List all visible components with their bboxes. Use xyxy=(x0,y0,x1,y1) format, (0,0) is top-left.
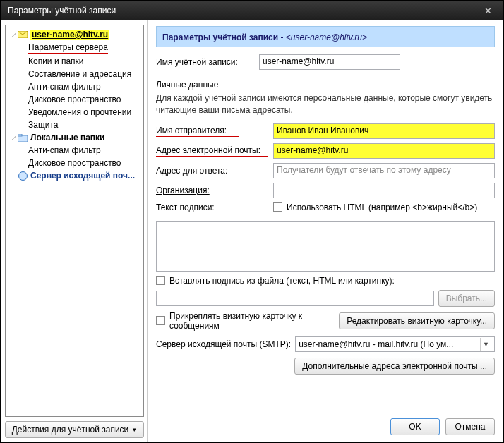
tree-local-spam[interactable]: Анти-спам фильтр xyxy=(7,144,142,157)
dialog-window: Параметры учётной записи ✕ ◿ user-name@h… xyxy=(0,0,504,443)
browse-button[interactable]: Выбрать... xyxy=(438,290,495,307)
sig-html-checkbox[interactable] xyxy=(273,202,282,212)
signature-textarea[interactable] xyxy=(156,221,495,272)
smtp-label: Сервер исходящей почты (SMTP): xyxy=(156,339,291,349)
sender-input[interactable]: Иванов Иван Иванович xyxy=(273,123,495,139)
sig-html-label: Использовать HTML (например <b>жирный</b… xyxy=(287,202,477,212)
email-input[interactable]: user-name@hitv.ru xyxy=(273,143,495,159)
smtp-select[interactable]: user-name@hitv.ru - mail.hitv.ru (По ум.… xyxy=(295,336,495,352)
edit-vcard-button[interactable]: Редактировать визитную карточку... xyxy=(339,312,495,329)
twisty-icon[interactable]: ◿ xyxy=(10,134,17,141)
chevron-down-icon: ▼ xyxy=(480,338,491,351)
mail-icon xyxy=(17,30,28,40)
close-icon[interactable]: ✕ xyxy=(480,4,496,18)
tree-item-disk[interactable]: Дисковое пространство xyxy=(7,93,142,106)
account-email: user-name@hitv.ru xyxy=(30,30,109,40)
cancel-button[interactable]: Отмена xyxy=(445,418,495,435)
tree-smtp[interactable]: ◿ Сервер исходящей поч... xyxy=(7,169,142,182)
personal-section-title: Личные данные xyxy=(156,80,495,90)
sender-label: Имя отправителя: xyxy=(156,126,239,137)
sig-file-input[interactable] xyxy=(156,291,434,306)
personal-desc: Для каждой учётной записи имеются персон… xyxy=(156,92,495,116)
tree-item-server[interactable]: Параметры сервера xyxy=(7,41,142,55)
sig-file-checkbox[interactable] xyxy=(156,276,165,285)
smtp-label: Сервер исходящей поч... xyxy=(30,171,135,181)
tree-item-spam[interactable]: Анти-спам фильтр xyxy=(7,80,142,93)
sig-file-label: Вставлять подпись из файла (текст, HTML … xyxy=(169,276,395,286)
svg-rect-2 xyxy=(18,134,22,136)
tree-item-copies[interactable]: Копии и папки xyxy=(7,55,142,68)
org-label: Организация: xyxy=(156,186,269,195)
vcard-checkbox[interactable] xyxy=(156,316,165,325)
titlebar: Параметры учётной записи ✕ xyxy=(1,1,503,20)
local-folders-label: Локальные папки xyxy=(30,133,105,142)
header-email: <user-name@hitv.ru> xyxy=(286,32,367,42)
tree-item-security[interactable]: Защита xyxy=(7,119,142,131)
tree-local-root[interactable]: ◿ Локальные папки xyxy=(7,131,142,144)
tree-local-disk[interactable]: Дисковое пространство xyxy=(7,157,142,169)
chevron-down-icon: ▼ xyxy=(131,427,137,433)
header-bar: Параметры учётной записи - <user-name@hi… xyxy=(156,26,495,47)
window-title: Параметры учётной записи xyxy=(8,6,116,16)
ok-button[interactable]: OK xyxy=(390,418,440,435)
folder-icon xyxy=(17,133,28,142)
email-label: Адрес электронной почты: xyxy=(156,145,268,157)
sidebar: ◿ user-name@hitv.ru Параметры сервера Ко… xyxy=(1,20,148,442)
sig-label: Текст подписи: xyxy=(156,202,269,212)
tree-account-root[interactable]: ◿ user-name@hitv.ru xyxy=(7,28,142,41)
more-addresses-button[interactable]: Дополнительные адреса электронной почты … xyxy=(294,358,495,375)
acct-name-input[interactable]: user-name@hitv.ru xyxy=(259,54,400,70)
dialog-footer: OK Отмена xyxy=(156,411,495,435)
tree-item-receipts[interactable]: Уведомления о прочтении xyxy=(7,106,142,119)
tree-item-compose[interactable]: Составление и адресация xyxy=(7,68,142,80)
vcard-label: Прикреплять визитную карточку к сообщени… xyxy=(169,311,318,331)
main-panel: Параметры учётной записи - <user-name@hi… xyxy=(148,20,503,442)
reply-input[interactable]: Получатели будут отвечать по этому адрес… xyxy=(273,163,495,178)
account-actions-button[interactable]: Действия для учётной записи ▼ xyxy=(5,421,144,438)
account-tree: ◿ user-name@hitv.ru Параметры сервера Ко… xyxy=(5,25,144,417)
reply-label: Адрес для ответа: xyxy=(156,166,269,176)
header-prefix: Параметры учётной записи - xyxy=(162,32,286,42)
twisty-icon[interactable]: ◿ xyxy=(10,31,17,38)
globe-icon xyxy=(17,171,28,181)
org-input[interactable] xyxy=(273,183,495,198)
acct-name-label: Имя учётной записи: xyxy=(156,57,255,67)
